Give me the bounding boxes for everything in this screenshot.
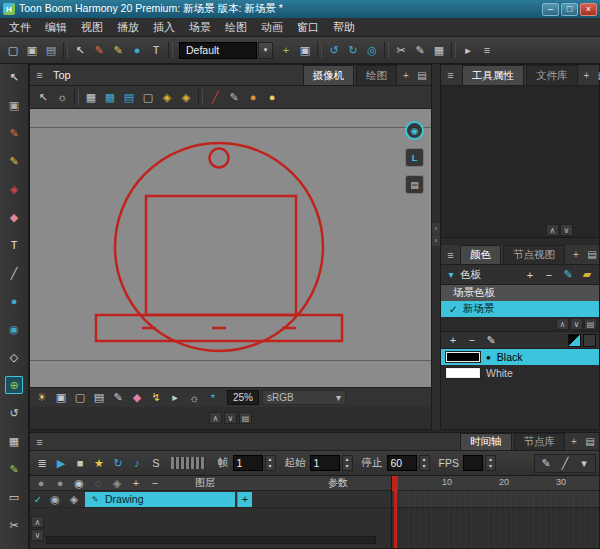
camera-canvas[interactable]: ◉ L ▤: [30, 109, 431, 387]
splitter-left-icon[interactable]: ‹: [432, 223, 440, 234]
eraser-tool[interactable]: ◆: [5, 208, 23, 226]
panel-menu-icon[interactable]: ≡: [443, 68, 458, 83]
hand-tool[interactable]: ◇: [5, 348, 23, 366]
snowflake-icon[interactable]: *: [204, 389, 222, 407]
scroll-up-icon[interactable]: ∧: [556, 318, 569, 330]
grid-icon[interactable]: ▦: [82, 88, 100, 106]
panel-options-icon[interactable]: ▤: [585, 248, 599, 262]
tab-node-view[interactable]: 节点视图: [503, 245, 565, 264]
brush-tool[interactable]: ✎: [5, 124, 23, 142]
menu-item[interactable]: 窗口: [290, 18, 326, 37]
sound-icon[interactable]: ♪: [128, 454, 146, 472]
add-keyframe-icon[interactable]: ✎: [537, 454, 555, 472]
timeline-view-menu-icon[interactable]: ▾: [575, 454, 593, 472]
panel-menu-icon[interactable]: ≡: [32, 68, 47, 83]
onion-next-icon[interactable]: ●: [263, 88, 281, 106]
paint-icon[interactable]: ●: [128, 41, 146, 59]
camera-eye-icon[interactable]: ◉: [405, 121, 424, 140]
scroll-up-icon[interactable]: ∧: [31, 516, 44, 528]
frame-ruler[interactable]: 10 20 30: [392, 476, 599, 491]
swatch-row-white[interactable]: White: [441, 365, 599, 381]
tab-drawing[interactable]: 绘图: [356, 65, 397, 85]
panel-options-icon[interactable]: ▤: [596, 68, 600, 82]
mark-icon[interactable]: ★: [90, 454, 108, 472]
panel-menu-icon[interactable]: ≡: [32, 434, 47, 449]
onion-prev-icon[interactable]: ●: [244, 88, 262, 106]
layer-lock-icon[interactable]: ◈: [65, 490, 83, 508]
brush-icon[interactable]: ✎: [90, 41, 108, 59]
save-all-icon[interactable]: ▤: [42, 41, 60, 59]
gear-icon[interactable]: ☼: [53, 88, 71, 106]
display-dropdown[interactable]: Default: [179, 42, 257, 59]
layer-name-bar[interactable]: ✎ Drawing: [85, 492, 235, 507]
underlay-icon[interactable]: ✎: [109, 389, 127, 407]
select-tool[interactable]: ↖: [5, 68, 23, 86]
text-icon[interactable]: T: [147, 41, 165, 59]
lock-icon[interactable]: ◈: [158, 88, 176, 106]
edit-palette-icon[interactable]: ✎: [559, 266, 577, 284]
pencil-lines-icon[interactable]: ✎: [225, 88, 243, 106]
frame-stepper[interactable]: ▴▾: [265, 455, 276, 471]
menu-item[interactable]: 文件: [2, 18, 38, 37]
text-tool[interactable]: T: [5, 236, 23, 254]
duplicate-drawing-icon[interactable]: ▣: [296, 41, 314, 59]
camera-mask-icon[interactable]: ▤: [120, 88, 138, 106]
playhead[interactable]: [394, 476, 397, 548]
menu-item[interactable]: 场景: [182, 18, 218, 37]
add-color-icon[interactable]: +: [444, 331, 462, 349]
menu-item[interactable]: 帮助: [326, 18, 362, 37]
fps-input[interactable]: [463, 455, 483, 471]
solid-swatch-chip[interactable]: [583, 334, 596, 347]
vertical-splitter[interactable]: ‹ ›: [432, 64, 440, 430]
palette-group-row[interactable]: 场景色板: [441, 285, 599, 301]
add-palette-icon[interactable]: +: [521, 266, 539, 284]
cutter-tool[interactable]: ✂: [5, 516, 23, 534]
swatch-row-black[interactable]: ● Black: [441, 349, 599, 365]
zoom-tool[interactable]: ⊕: [5, 376, 23, 394]
cutter-icon[interactable]: ✂: [392, 41, 410, 59]
maximize-button[interactable]: □: [561, 3, 578, 16]
volume-meter[interactable]: [171, 457, 205, 469]
add-view-icon[interactable]: +: [569, 248, 583, 262]
stop-stepper[interactable]: ▴▾: [419, 455, 430, 471]
render-view-icon[interactable]: ▣: [52, 389, 70, 407]
resize-down-icon[interactable]: ∨: [560, 224, 573, 236]
paint-tool[interactable]: ◉: [5, 320, 23, 338]
stop-icon[interactable]: ■: [71, 454, 89, 472]
add-view-icon[interactable]: +: [580, 68, 594, 82]
palette-item-row[interactable]: ✓ 新场景: [441, 301, 599, 317]
edit-color-icon[interactable]: ✎: [482, 331, 500, 349]
tab-colour[interactable]: 颜色: [460, 245, 501, 264]
panel-options-icon[interactable]: ▤: [583, 435, 597, 449]
timeline-frame-area[interactable]: 10 20 30: [391, 476, 599, 548]
resize-up-icon[interactable]: ∧: [546, 224, 559, 236]
new-scene-icon[interactable]: ▢: [4, 41, 22, 59]
transform-tool[interactable]: ▣: [5, 96, 23, 114]
menu-item[interactable]: 播放: [110, 18, 146, 37]
grid-tool[interactable]: ▦: [5, 432, 23, 450]
timeline-horizontal-scrollbar[interactable]: [46, 536, 376, 544]
layers-overlay-icon[interactable]: L: [405, 148, 424, 167]
no-light-icon[interactable]: ╱: [206, 88, 224, 106]
select-icon[interactable]: ↖: [71, 41, 89, 59]
grid-icon[interactable]: ▦: [430, 41, 448, 59]
lock-flat-icon[interactable]: ◈: [177, 88, 195, 106]
zoom-level[interactable]: 25%: [227, 390, 259, 405]
toolbar-menu-icon[interactable]: ≡: [478, 41, 496, 59]
add-view-icon[interactable]: +: [399, 68, 413, 82]
fps-stepper[interactable]: ▴▾: [485, 455, 496, 471]
colorspace-dropdown[interactable]: sRGB ▾: [262, 390, 346, 405]
delete-layer-icon[interactable]: −: [146, 474, 164, 492]
frame-input[interactable]: [233, 455, 263, 471]
close-button[interactable]: ×: [580, 3, 597, 16]
collapse-down-icon[interactable]: ∨: [224, 412, 237, 424]
tab-timeline[interactable]: 时间轴: [460, 433, 512, 450]
status-gear-icon[interactable]: ☼: [185, 389, 203, 407]
tab-library[interactable]: 文件库: [526, 65, 578, 85]
matte-color-icon[interactable]: ◆: [128, 389, 146, 407]
tab-tool-properties[interactable]: 工具属性: [462, 65, 524, 85]
lock-icon[interactable]: ◈: [108, 474, 126, 492]
remove-palette-icon[interactable]: −: [540, 266, 558, 284]
pencil-icon[interactable]: ✎: [109, 41, 127, 59]
line-tool[interactable]: ╱: [5, 264, 23, 282]
